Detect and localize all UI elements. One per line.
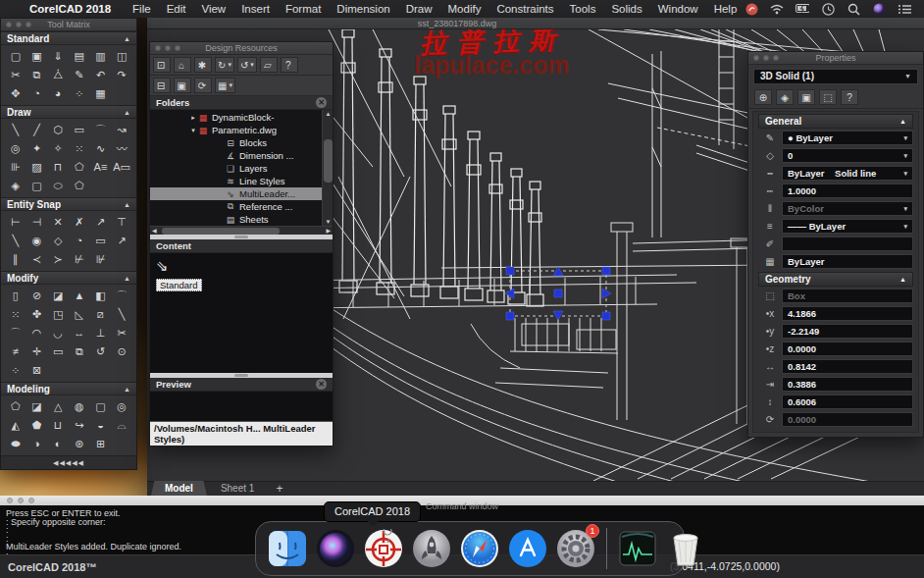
- tree-item[interactable]: ❏ Layers: [150, 162, 333, 175]
- tool-icon[interactable]: ◑: [26, 435, 48, 452]
- tool-icon[interactable]: ▤: [69, 47, 90, 65]
- tool-icon[interactable]: ≻: [47, 250, 69, 268]
- tree-item[interactable]: ⧉ Reference ...: [150, 200, 333, 213]
- resources-toolbar-button[interactable]: ⊡: [153, 57, 171, 73]
- tool-icon[interactable]: ⊛: [69, 435, 90, 452]
- tool-icon[interactable]: 〰: [111, 139, 132, 157]
- tool-icon[interactable]: ◎: [5, 139, 26, 157]
- property-field[interactable]: 0▾: [782, 148, 913, 163]
- collapse-triangle-icon[interactable]: ▲: [899, 276, 906, 283]
- property-field[interactable]: ByLayer Solid line▾: [782, 166, 913, 181]
- tool-icon[interactable]: ⊓: [47, 158, 69, 176]
- tree-item[interactable]: ⇘ MultiLeader...: [150, 187, 333, 200]
- general-section-header[interactable]: General▲: [758, 114, 913, 129]
- pane-splitter[interactable]: [150, 235, 333, 239]
- tool-icon[interactable]: ◧: [90, 287, 112, 304]
- property-field[interactable]: [782, 236, 913, 251]
- tool-icon[interactable]: ⌒: [5, 324, 26, 342]
- trash-dock-icon[interactable]: [666, 529, 705, 568]
- wifi-icon[interactable]: [770, 2, 784, 16]
- tool-icon[interactable]: ↺: [90, 342, 112, 360]
- menu-item[interactable]: View: [193, 3, 233, 15]
- property-field[interactable]: ByLayer: [782, 254, 913, 269]
- tool-icon[interactable]: ⬠: [5, 397, 26, 415]
- finder-dock-icon[interactable]: [268, 529, 307, 568]
- section-modify[interactable]: Modify▲: [1, 271, 136, 285]
- collapse-triangle-icon[interactable]: ▲: [124, 201, 130, 208]
- tool-icon[interactable]: ◐: [47, 435, 69, 452]
- pane-splitter[interactable]: [150, 373, 333, 378]
- multileader-style-icon[interactable]: ⇘: [156, 257, 327, 275]
- menu-item[interactable]: Dimension: [329, 3, 397, 15]
- scroll-up-icon[interactable]: ▲: [323, 111, 333, 117]
- tool-icon[interactable]: ✎: [69, 66, 90, 83]
- add-sheet-button[interactable]: +: [276, 482, 282, 496]
- property-field[interactable]: —— ByLayer▾: [782, 219, 913, 234]
- properties-titlebar[interactable]: Properties: [748, 52, 923, 65]
- app-menu[interactable]: CorelCAD 2018: [22, 3, 119, 15]
- appstore-dock-icon[interactable]: [508, 529, 547, 568]
- resources-toolbar-button[interactable]: ↺▾: [237, 57, 257, 73]
- scrollbar-thumb[interactable]: [162, 228, 280, 235]
- tool-icon[interactable]: ≠: [5, 342, 26, 360]
- tool-icon[interactable]: ◠: [26, 324, 48, 342]
- menu-item[interactable]: Tools: [562, 3, 604, 15]
- tool-icon[interactable]: ⊔: [47, 416, 69, 434]
- properties-toolbar-button[interactable]: ▣: [797, 89, 815, 105]
- expand-arrow-icon[interactable]: ▾: [189, 127, 197, 134]
- grip-arrow-left[interactable]: [505, 289, 514, 298]
- collapse-triangle-icon[interactable]: ▲: [124, 35, 130, 42]
- grip-corner[interactable]: [602, 312, 610, 320]
- resources-toolbar-button[interactable]: ⌂: [174, 57, 191, 73]
- tool-icon[interactable]: ▢: [5, 47, 26, 65]
- drawing-window-titlebar[interactable]: sst_238017898.dwg: [147, 18, 924, 29]
- geometry-section-header[interactable]: Geometry▲: [758, 272, 913, 287]
- tool-icon[interactable]: ◉: [26, 232, 48, 249]
- close-icon[interactable]: ✕: [316, 97, 327, 108]
- property-field[interactable]: 1.0000: [782, 184, 913, 198]
- tool-icon[interactable]: ⬠: [69, 177, 90, 194]
- tool-icon[interactable]: ◕: [47, 84, 69, 102]
- tool-icon[interactable]: ⧉: [26, 66, 48, 83]
- siri-dock-icon[interactable]: [316, 529, 355, 568]
- collapse-triangle-icon[interactable]: ▲: [124, 275, 130, 282]
- properties-toolbar-button[interactable]: ⊕: [754, 89, 772, 105]
- resources-view-button[interactable]: ▦▾: [215, 78, 235, 93]
- close-icon[interactable]: ✕: [316, 379, 327, 390]
- tool-icon[interactable]: ▭: [47, 342, 69, 360]
- tool-icon[interactable]: ✛: [26, 342, 48, 360]
- grip-arrow-up[interactable]: [553, 267, 563, 276]
- scroll-left-icon[interactable]: ◀: [152, 227, 157, 234]
- property-field[interactable]: Box: [782, 289, 913, 303]
- tool-icon[interactable]: ✕: [47, 213, 69, 231]
- battery-icon[interactable]: [796, 2, 809, 16]
- properties-toolbar-button[interactable]: ◈: [776, 89, 794, 105]
- tool-icon[interactable]: ◭: [5, 416, 26, 434]
- tool-icon[interactable]: ⊥: [90, 324, 112, 342]
- menu-item[interactable]: Window: [650, 3, 706, 15]
- tool-icon[interactable]: ✂: [5, 66, 26, 83]
- corelcad-dock-icon[interactable]: [364, 529, 403, 568]
- section-standard[interactable]: Standard▲: [1, 31, 136, 45]
- menu-item[interactable]: Help: [706, 3, 745, 15]
- command-window-titlebar[interactable]: Command window: [0, 496, 924, 505]
- menu-item[interactable]: Constraints: [488, 3, 561, 15]
- collapse-triangle-icon[interactable]: ▲: [124, 109, 130, 116]
- tool-icon[interactable]: ◔: [26, 84, 48, 102]
- tool-icon[interactable]: ⊮: [90, 250, 112, 268]
- tool-icon[interactable]: ⬟: [26, 416, 48, 434]
- search-icon[interactable]: [847, 2, 860, 16]
- tool-icon[interactable]: ✥: [5, 84, 26, 102]
- siri-icon[interactable]: [872, 2, 886, 16]
- tool-icon[interactable]: ⊣: [26, 213, 48, 231]
- tool-icon[interactable]: ╲: [5, 121, 26, 138]
- activity-monitor-dock-icon[interactable]: [618, 529, 657, 568]
- tool-icon[interactable]: ⬬: [5, 435, 26, 452]
- sheet-tab[interactable]: Sheet 1: [207, 481, 268, 496]
- section-modeling[interactable]: Modeling▲: [1, 382, 136, 395]
- tool-icon[interactable]: ⊢: [5, 213, 26, 231]
- grip-center[interactable]: [554, 289, 562, 297]
- menu-item[interactable]: Draw: [398, 3, 440, 15]
- resources-view-button[interactable]: ⟳: [194, 78, 212, 93]
- menu-item[interactable]: Edit: [159, 3, 194, 15]
